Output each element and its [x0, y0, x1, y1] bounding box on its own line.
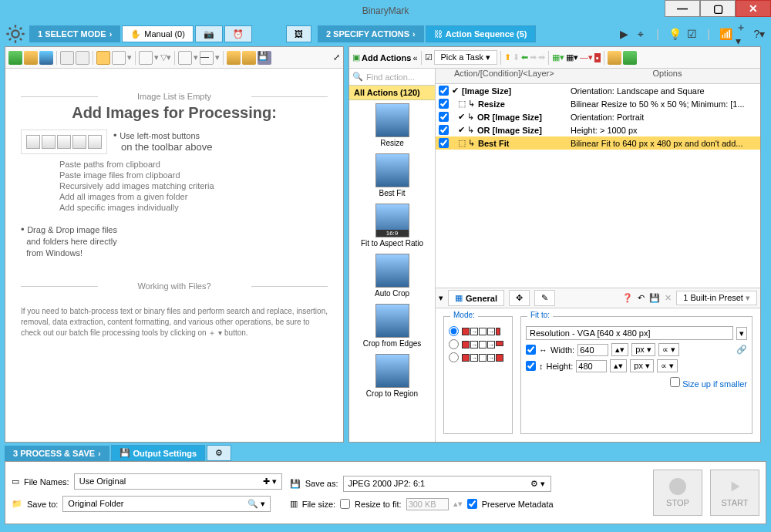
select-all-button[interactable] — [178, 51, 192, 65]
tab-output-gear[interactable]: ⚙ — [207, 445, 231, 461]
hand-icon: ✋ — [130, 29, 141, 39]
action-row[interactable]: ✔ [Image Size]Orientation: Landscape and… — [436, 84, 760, 97]
arrow-down-icon[interactable]: ⬇ — [513, 52, 520, 62]
open-seq-button[interactable] — [608, 51, 621, 65]
tab-brush[interactable]: ✎ — [534, 290, 555, 306]
tab-clock[interactable]: ⏰ — [224, 25, 252, 42]
add-action-icon[interactable]: ▦▾ — [552, 52, 564, 62]
toggle-action-icon[interactable]: ▪ — [594, 53, 601, 62]
height-unit[interactable]: px ▾ — [630, 359, 654, 372]
svg-point-0 — [12, 30, 19, 37]
palette-item[interactable]: Crop to Region — [349, 351, 435, 401]
tab-action-sequence[interactable]: ⛓Action Sequence (5) — [426, 25, 536, 42]
height-spinner[interactable]: ▴▾ — [610, 359, 627, 372]
add-actions-button[interactable]: Add Actions — [362, 53, 411, 62]
view-list-button[interactable] — [112, 51, 126, 65]
add-folder-button[interactable] — [24, 51, 38, 65]
drag-drop-hint: • Drag & Drop image files and folders he… — [21, 224, 328, 258]
mode-radio-3[interactable] — [449, 352, 459, 362]
width-link-icon[interactable]: ∝ ▾ — [658, 343, 679, 356]
add-image-button[interactable] — [8, 51, 22, 65]
search-input[interactable]: 🔍 Find action... — [349, 69, 435, 86]
all-actions-header[interactable]: All Actions (120) — [349, 86, 435, 100]
resize-to-fit-checkbox[interactable] — [340, 499, 350, 509]
step-3-process-save[interactable]: 3 PROCESS & SAVE › — [5, 446, 109, 461]
height-checkbox[interactable] — [526, 361, 536, 371]
paste-files-button[interactable] — [60, 51, 74, 65]
copy-action-icon[interactable]: ▦▾ — [566, 52, 578, 62]
target-icon[interactable]: ⌖ — [634, 27, 648, 41]
props-expand-icon[interactable]: ▾ — [439, 293, 443, 303]
save-preset-icon[interactable]: 💾 — [649, 293, 660, 303]
pick-task-dropdown[interactable]: Pick a Task ▾ — [434, 50, 498, 65]
open-button[interactable] — [242, 51, 256, 65]
delete-preset-icon[interactable]: ✕ — [665, 293, 672, 303]
plus-icon[interactable]: ＋▾ — [736, 27, 749, 41]
open-folder-button[interactable] — [227, 51, 241, 65]
palette-item[interactable]: Auto Crop — [349, 251, 435, 301]
saveto-input[interactable]: Original Folder🔍 ▾ — [62, 496, 271, 512]
maximize-button[interactable]: ▢ — [700, 0, 736, 17]
save-seq-button[interactable] — [623, 51, 637, 65]
palette-item[interactable]: Crop from Edges — [349, 301, 435, 351]
paste-paths-button[interactable] — [76, 51, 89, 65]
checklist-icon: ☑ — [425, 52, 433, 62]
resolution-select[interactable]: Resolution - VGA [640 x 480 px] — [526, 326, 733, 340]
action-row[interactable]: ⬚ ↳ Best FitBilinear Fit to 640 px x 480… — [436, 136, 760, 150]
stop-button[interactable]: STOP — [653, 470, 702, 516]
tab-manual[interactable]: ✋Manual (0) — [122, 25, 194, 42]
action-row[interactable]: ⬚ ↳ ResizeBilinear Resize to 50 % x 50 %… — [436, 97, 760, 110]
checklist-icon[interactable]: ☑ — [685, 27, 699, 41]
remove-action-icon[interactable]: —▾ — [580, 52, 593, 62]
expand-icon[interactable]: ⤢ — [333, 52, 340, 62]
tab-output-settings[interactable]: 💾Output Settings — [111, 445, 206, 461]
bulb-icon[interactable]: 💡 — [668, 27, 682, 41]
view-grid-button[interactable] — [96, 51, 110, 65]
height-link-icon[interactable]: ∝ ▾ — [657, 359, 678, 372]
width-checkbox[interactable] — [526, 345, 536, 355]
step-1-select-mode[interactable]: 1 SELECT MODE› — [29, 25, 120, 42]
collapse-icon[interactable]: « — [412, 53, 417, 62]
help-icon[interactable]: ?▾ — [752, 27, 766, 41]
palette-item[interactable]: Best Fit — [349, 150, 435, 200]
screen-icon[interactable]: ▶ — [617, 27, 631, 41]
width-spinner[interactable]: ▴▾ — [611, 343, 628, 356]
sizeup-checkbox[interactable] — [670, 377, 680, 387]
arrow-up-icon[interactable]: ⬆ — [504, 52, 511, 62]
palette-item[interactable]: Resize — [349, 100, 435, 150]
view-dropdown[interactable]: ▾ — [127, 52, 132, 62]
tab-move[interactable]: ✥ — [509, 290, 530, 306]
mode-radio-2[interactable] — [449, 339, 459, 349]
preserve-metadata-checkbox[interactable] — [467, 499, 477, 509]
remove-button[interactable] — [139, 51, 153, 65]
palette-item[interactable]: 16:9Fit to Aspect Ratio — [349, 200, 435, 251]
lock-aspect-icon[interactable]: 🔗 — [736, 345, 747, 355]
saveas-input[interactable]: JPEG 2000 JP2: 6:1⚙ ▾ — [343, 476, 551, 492]
width-input[interactable] — [577, 344, 608, 356]
wifi-icon[interactable]: 📶 — [719, 27, 732, 41]
arrow-right-icon[interactable]: ➡ — [530, 52, 537, 62]
arrow-right2-icon[interactable]: ➡ — [538, 52, 545, 62]
tab-camera[interactable]: 📷 — [195, 25, 223, 42]
minimize-button[interactable]: — — [665, 0, 700, 17]
height-input[interactable] — [576, 360, 607, 372]
filter-icon[interactable]: ▽▾ — [160, 52, 171, 62]
close-button[interactable]: ✕ — [736, 0, 771, 17]
help-icon[interactable]: ❓ — [622, 293, 633, 303]
settings-gear-icon[interactable] — [5, 23, 26, 45]
filenames-input[interactable]: Use Original✚ ▾ — [74, 473, 282, 490]
action-row[interactable]: ✔ ↳ OR [Image Size]Orientation: Portrait — [436, 110, 760, 123]
step-2-specify-actions[interactable]: 2 SPECIFY ACTIONS› — [318, 25, 424, 42]
start-button[interactable]: START — [710, 470, 759, 516]
mode-radio-1[interactable] — [449, 326, 459, 336]
width-unit[interactable]: px ▾ — [631, 343, 655, 356]
arrow-left-icon[interactable]: ⬅ — [521, 52, 528, 62]
preset-dropdown[interactable]: 1 Built-in Preset ▾ — [676, 291, 757, 305]
delete-button[interactable]: — — [200, 51, 214, 65]
tab-general[interactable]: ▦General — [448, 290, 504, 306]
tab-image-small[interactable]: 🖼 — [286, 25, 311, 42]
add-recursive-button[interactable] — [39, 51, 53, 65]
save-button[interactable]: 💾 — [258, 51, 271, 65]
action-row[interactable]: ✔ ↳ OR [Image Size]Height: > 1000 px — [436, 123, 760, 136]
undo-icon[interactable]: ↶ — [638, 293, 645, 303]
